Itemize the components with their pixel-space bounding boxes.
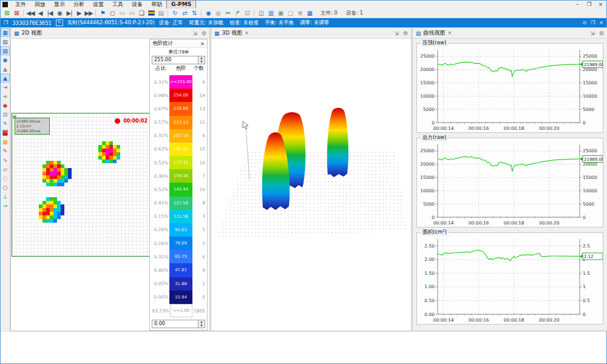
restore-button[interactable]: ❐ [583,1,595,8]
menu-item-0[interactable]: 文件 [11,1,30,8]
svg-text:2.5: 2.5 [583,243,590,249]
pressure-map-2d[interactable]: 21989.00raw 2.12cm² 21989.00raw 00:00:02 [12,113,155,257]
expand-icon[interactable]: ⇲ [192,30,197,36]
tool-peak-gray-button[interactable]: ▲ [1,64,10,73]
menu-item-4[interactable]: 设置 [89,1,108,8]
menu-item-1[interactable]: 回放 [30,1,50,8]
menu-item-8[interactable]: G-PMS [166,0,196,9]
tool-peak-blue-button[interactable]: ▲ [1,73,10,83]
menu-item-6[interactable]: 设备 [127,1,147,8]
tool-dotted-circle-button[interactable]: ◌ [1,174,10,183]
legend-row-9: 0.41%127.508 [150,197,207,210]
spinner-arrows-icon[interactable]: ▲▼ [198,56,205,64]
record-stop-button[interactable]: ◉ [55,9,64,18]
layout-frame-button[interactable]: ▣ [276,9,285,18]
spinner-arrows-icon[interactable]: ▲▼ [198,320,205,328]
min-level-input[interactable]: 0.00 ▲▼ [152,320,205,328]
edit-icon[interactable]: ✎ [56,19,63,26]
pin-button[interactable]: ⚑ [98,9,107,18]
target-button[interactable]: ◎ [213,9,223,18]
step-back-button[interactable]: ◀ [35,9,45,18]
tool-ellipse-button[interactable]: ○ [1,183,10,192]
snapshot-button[interactable]: ▭ [117,9,127,18]
menu-item-3[interactable]: 分析 [69,1,89,8]
colorbar-button[interactable] [146,9,156,18]
tool-red-gradient-button[interactable] [1,128,10,137]
tool-circle-target-button[interactable]: ◉ [1,55,10,64]
selection-frame-button[interactable]: ⊡ [242,9,252,18]
skip-end-button[interactable]: ▶| [64,9,74,18]
panel-curves-title: 曲线视图 [424,29,446,37]
fast-forward-button[interactable]: ▶▶ [84,9,93,18]
swap-vertical-button[interactable]: ⇅ [189,9,199,18]
layout-monitor-button[interactable]: ▢ [285,9,295,18]
tool-avg-button[interactable]: ≈ [1,92,10,101]
expand-icon[interactable]: ⇲ [394,30,399,36]
settings-icon[interactable]: ⚙ [599,30,604,36]
tool-2d-view-button[interactable]: ▦ [1,28,10,37]
close-view-button[interactable]: ⊠ [12,9,21,18]
tool-lightning-pen-button[interactable]: ✎ [1,119,10,128]
settings-icon[interactable]: ⚙ [202,30,206,36]
panel-3d-close-icon[interactable]: × [245,30,249,36]
cut-button[interactable]: ✂ [223,9,232,18]
tool-avg-arrow-button[interactable]: ⇥ [1,83,10,92]
menu-item-7[interactable]: 帮助 [147,1,166,8]
legend-row-0: 0.31%>=255.006 [150,75,207,89]
panel-curves-close-icon[interactable]: × [448,30,452,36]
play-button[interactable]: ▶ [74,9,84,18]
layout-grid-button[interactable]: ▦ [305,9,314,18]
menu-item-5[interactable]: 工具 [108,1,127,8]
target-active-button[interactable]: ◉ [203,9,213,18]
bottom-empty-area [1,331,606,363]
menu-item-2[interactable]: 显示 [50,1,69,8]
add-view-button[interactable]: ⊞ [2,9,12,18]
color-swatch: 143.44 [169,183,192,196]
tool-grid-view-button[interactable]: ▨ [1,37,10,46]
total-force-chart[interactable]: 2500025000200002000015000150001000010000… [417,138,603,227]
device-settings-icon[interactable]: ⊙ [582,20,586,25]
layout-three-pane-button[interactable]: ▥ [266,9,276,18]
menu-bar: 文件回放显示分析设置工具设备帮助G-PMS [11,1,196,8]
tool-polyline-button[interactable]: ∿ [1,155,10,164]
pressure-chart[interactable]: 2500025000200002000015000150001000010000… [417,44,603,132]
legend-row-6: 0.52%175.3110 [150,156,207,169]
svg-text:00:00:14: 00:00:14 [433,220,454,226]
color-scale-close-icon[interactable]: × [200,41,205,47]
tool-pencil-button[interactable]: ✎ [1,146,10,155]
snapshot-off-button[interactable]: ▭ [127,9,137,18]
settings-icon[interactable]: ⚙ [403,30,408,36]
legend-row-12: 0.26%79.695 [150,237,207,250]
tool-record-button[interactable]: ◉ [1,101,10,110]
red-ellipse-button[interactable]: ○ [107,9,117,18]
swap-horizontal-button[interactable]: ⇄ [180,9,189,18]
surface-3d-plot[interactable] [211,39,411,331]
tool-export-arrow-button[interactable]: → [1,201,10,210]
minimize-button[interactable]: – [572,1,583,8]
max-level-input[interactable]: 255.00 ▲▼ [152,56,205,64]
layout-list-button[interactable]: ≣ [295,9,305,18]
tool-stamp-button[interactable]: ⊡ [1,110,10,119]
area-chart[interactable]: 2.502.52.0021.501.51.0010.500.50.00000:0… [417,233,603,324]
layout-two-pane-button[interactable]: ◫ [256,9,266,18]
svg-text:00:00:20: 00:00:20 [539,126,560,131]
svg-text:0: 0 [432,120,435,126]
skip-start-button[interactable]: |◀ [45,9,55,18]
fast-rewind-button[interactable]: ◀◀ [25,9,35,18]
tool-polygon-button[interactable]: ▱ [1,164,10,174]
color-swatch: 47.81 [169,263,192,277]
device-close-icon[interactable]: × [599,20,603,25]
close-button[interactable]: × [595,1,606,8]
export-button[interactable]: ↱ [232,9,242,18]
color-swatch: >=255.00 [169,75,192,89]
expand-icon[interactable]: ⇲ [590,30,595,36]
refresh-button[interactable]: ↻ [170,9,180,18]
device-restore-icon[interactable]: ❐ [591,20,595,25]
tool-brush-3d-button[interactable]: ▧ [1,46,10,55]
tool-ruler-button[interactable]: ⊥ [1,192,10,201]
svg-text:21989.00: 21989.00 [584,62,603,67]
tool-color-grid-button[interactable]: ▦ [1,137,10,146]
toolbar-separator [168,10,168,16]
clipboard-button[interactable]: ▤ [156,9,166,18]
replay-screen-button[interactable]: ❏ [137,9,146,18]
